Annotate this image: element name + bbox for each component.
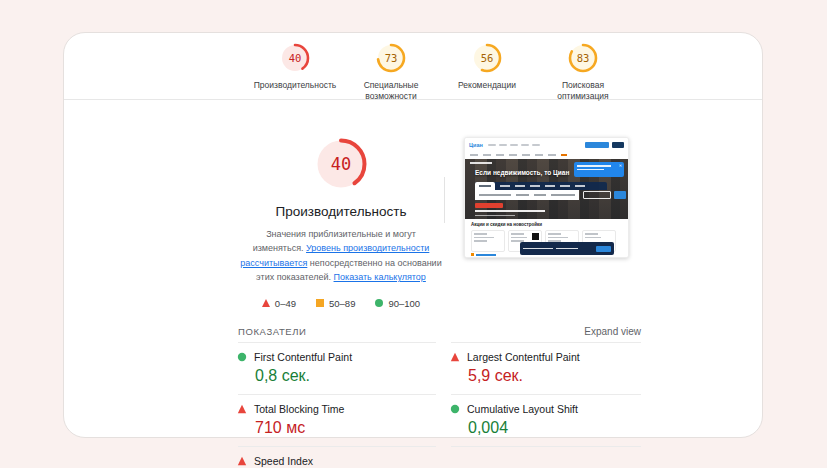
best-practices-score: 56 <box>481 52 494 64</box>
report-card: 40 Производительность 73 Специальные воз… <box>63 32 763 438</box>
vertical-divider <box>444 177 445 223</box>
nav-category-seo[interactable]: 83 Поисковая оптимизация <box>545 42 621 103</box>
pass-circle-icon <box>451 404 459 412</box>
thumb-site-header: Циан <box>465 138 628 151</box>
metric-value: 0,004 <box>468 419 641 437</box>
performance-score-big: 40 <box>331 154 351 174</box>
legend-pass: 90–100 <box>375 298 420 309</box>
metric-largest-contentful-paint: Largest Contentful Paint 5,9 сек. <box>451 343 641 395</box>
category-nav: 40 Производительность 73 Специальные воз… <box>64 33 762 100</box>
nav-label-accessibility: Специальные возможности <box>353 80 429 103</box>
site-logo: Циан <box>469 142 483 148</box>
fail-triangle-icon <box>262 299 270 307</box>
metric-name: First Contentful Paint <box>254 351 352 363</box>
fail-triangle-icon <box>238 404 246 412</box>
performance-score: 40 <box>289 52 302 64</box>
site-login-button <box>612 142 624 148</box>
site-hero-subcaption <box>475 215 515 217</box>
metrics-section: ПОКАЗАТЕЛИ Expand view First Contentful … <box>238 326 641 468</box>
legend-average: 50–89 <box>316 298 355 309</box>
site-hero-title: Если недвижимость, то Циан <box>475 169 569 176</box>
metrics-column-left: First Contentful Paint 0,8 сек. Total Bl… <box>238 342 436 468</box>
site-notification-box: ✕ <box>574 162 624 177</box>
performance-description: Значения приблизительные и могут изменят… <box>240 227 442 285</box>
metric-name: Total Blocking Time <box>254 403 344 415</box>
performance-summary: 40 Производительность Значения приблизит… <box>238 136 762 309</box>
legend-average-range: 50–89 <box>329 298 355 309</box>
performance-gauge-small: 40 <box>279 42 311 74</box>
site-primary-button <box>585 142 609 148</box>
nav-label-best-practices: Рекомендации <box>458 80 516 91</box>
seo-score: 83 <box>577 52 590 64</box>
nav-category-best-practices[interactable]: 56 Рекомендации <box>449 42 525 91</box>
metric-total-blocking-time: Total Blocking Time 710 мс <box>238 395 436 447</box>
accessibility-score: 73 <box>385 52 398 64</box>
expand-view-link[interactable]: Expand view <box>584 326 641 337</box>
performance-gauge-big: 40 <box>313 136 369 192</box>
score-legend: 0–49 50–89 90–100 <box>262 298 420 309</box>
accessibility-gauge-small: 73 <box>375 42 407 74</box>
show-calculator-link[interactable]: Показать калькулятор <box>334 272 426 282</box>
legend-pass-range: 90–100 <box>388 298 420 309</box>
site-search-tabs <box>475 182 607 190</box>
site-active-tab <box>475 182 495 190</box>
card-logo-dark <box>532 233 539 240</box>
site-hero-caption <box>475 210 545 212</box>
metric-first-contentful-paint: First Contentful Paint 0,8 сек. <box>238 343 436 395</box>
site-location-text <box>470 162 492 164</box>
fail-triangle-icon <box>238 456 246 464</box>
pass-circle-icon <box>238 352 246 360</box>
pass-circle-icon <box>375 299 383 307</box>
seo-gauge-small: 83 <box>567 42 599 74</box>
metric-value: 5,9 сек. <box>468 367 641 385</box>
nav-category-performance[interactable]: 40 Производительность <box>257 42 333 91</box>
site-red-badge <box>475 203 503 208</box>
performance-score-block: 40 Производительность Значения приблизит… <box>238 136 444 309</box>
metric-speed-index: Speed Index 4,1 сек. <box>238 447 436 468</box>
thumb-promo-section: Акции и скидки на новостройки <box>465 219 628 257</box>
site-map-button <box>583 191 611 199</box>
site-search-bar <box>475 190 579 200</box>
metric-cumulative-layout-shift: Cumulative Layout Shift 0,004 <box>451 395 641 447</box>
metric-name: Largest Contentful Paint <box>467 351 580 363</box>
performance-title: Производительность <box>275 204 406 219</box>
nav-label-performance: Производительность <box>254 80 337 91</box>
cookie-ok-button <box>596 246 611 252</box>
metric-value: 0,8 сек. <box>255 367 436 385</box>
legend-fail: 0–49 <box>262 298 296 309</box>
metric-name: Cumulative Layout Shift <box>467 403 578 415</box>
nav-category-accessibility[interactable]: 73 Специальные возможности <box>353 42 429 103</box>
page-screenshot-thumbnail[interactable]: Циан Если недвижимость, то Циан ✕ <box>464 137 629 258</box>
fail-triangle-icon <box>451 352 459 360</box>
average-square-icon <box>316 299 324 307</box>
best-practices-gauge-small: 56 <box>471 42 503 74</box>
legend-fail-range: 0–49 <box>275 298 296 309</box>
notification-close-icon: ✕ <box>619 163 622 168</box>
metrics-column-right: Largest Contentful Paint 5,9 сек. Cumula… <box>451 342 641 468</box>
site-bottom-link <box>471 253 496 256</box>
metric-name: Speed Index <box>254 455 313 467</box>
site-promo-heading: Акции и скидки на новостройки <box>471 222 542 227</box>
metric-value: 710 мс <box>255 419 436 437</box>
metrics-header: ПОКАЗАТЕЛИ <box>238 326 307 337</box>
site-cookie-banner <box>520 242 614 255</box>
thumb-hero: Если недвижимость, то Циан ✕ <box>465 159 628 219</box>
site-find-button <box>614 191 626 199</box>
thumb-site-nav <box>465 151 628 159</box>
nav-label-seo: Поисковая оптимизация <box>545 80 621 103</box>
